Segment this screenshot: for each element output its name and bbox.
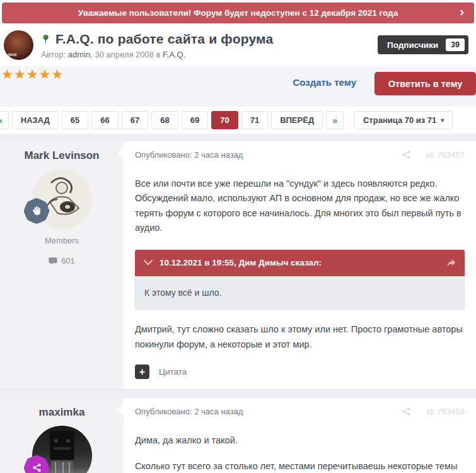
caret-down-icon: ▾ [441, 117, 444, 124]
first-page-button[interactable]: « [0, 111, 9, 129]
post-793457: Mark Levinson [0, 141, 476, 389]
post-body: Дима, да жалко и такой. Сколько тут всег… [135, 433, 465, 473]
page-title: F.A.Q. по работе сайта и форума [55, 32, 273, 47]
quote-text: К этому всё и шло. [135, 276, 465, 310]
create-topic-link[interactable]: Создать тему [293, 77, 356, 88]
post-content-area: Опубликовано: 2 часа назад id: 793458 Ди… [124, 398, 476, 473]
share-icon[interactable] [402, 407, 411, 416]
post-793458: maximka M [0, 398, 476, 473]
top-section: Уважаемые пользователи! Форум будет недо… [0, 0, 476, 66]
author-link[interactable]: admin [68, 50, 90, 59]
chevron-right-icon[interactable]: › [460, 5, 464, 18]
topic-rating-stars[interactable]: ★★★★★ [1, 67, 64, 82]
post-author-panel: maximka M [0, 398, 124, 473]
pin-icon [41, 34, 50, 44]
published-timestamp: Опубликовано: 2 часа назад [135, 407, 243, 416]
post-paragraph: Дмитрий, тут сложно сказать шло к этому … [135, 322, 465, 352]
post-id: id: 793457 [426, 150, 465, 160]
speech-bubble-icon [49, 257, 57, 266]
last-page-button[interactable]: » [326, 111, 344, 129]
quote-header[interactable]: 10.12.2021 в 19:55, Дим Димыч сказал: [135, 250, 465, 276]
post-paragraph: Сколько тут всего за столько лет, местам… [135, 459, 465, 473]
topic-actions: ★★★★★ Создать тему Ответить в тему [0, 66, 476, 107]
page-selector-dropdown[interactable]: Страница 70 из 71 ▾ [354, 111, 453, 129]
forum-link[interactable]: F.A.Q. [163, 50, 185, 59]
post-author-panel: Mark Levinson [0, 141, 124, 389]
announcement-banner[interactable]: Уважаемые пользователи! Форум будет недо… [2, 3, 474, 23]
share-icon[interactable] [402, 150, 411, 160]
multiquote-button[interactable]: + [135, 365, 149, 379]
page-button-65[interactable]: 65 [62, 111, 88, 129]
chevron-down-icon[interactable] [144, 260, 153, 266]
topic-header: dml F.A.Q. по работе сайта и форума Авто… [0, 23, 476, 66]
page-button-66[interactable]: 66 [91, 111, 118, 129]
topic-byline: Автор: admin, 30 апреля 2008 в F.A.Q. [41, 50, 273, 59]
published-timestamp: Опубликовано: 2 часа назад [135, 150, 243, 160]
post-author-name[interactable]: Mark Levinson [6, 149, 117, 162]
prev-page-button[interactable]: НАЗАД [12, 111, 59, 129]
post-id: id: 793458 [426, 407, 465, 416]
quote-block: 10.12.2021 в 19:55, Дим Димыч сказал: К … [135, 250, 465, 310]
goto-quoted-post-icon[interactable] [446, 259, 456, 267]
page-button-67[interactable]: 67 [122, 111, 148, 129]
pagination: « НАЗАД 65 66 67 68 69 70 71 ВПЕРЁД » Ст… [0, 107, 476, 134]
quote-attribution: 10.12.2021 в 19:55, Дим Димыч сказал: [160, 256, 322, 270]
page-button-70-active[interactable]: 70 [211, 111, 238, 129]
subscribers-button[interactable]: Подписчики 39 [378, 35, 468, 54]
member-group-label: Members [6, 236, 117, 245]
subscribers-label: Подписчики [387, 40, 438, 50]
subscribers-count-badge: 39 [446, 38, 465, 51]
announcement-text: Уважаемые пользователи! Форум будет недо… [78, 8, 398, 18]
page-button-71[interactable]: 71 [241, 111, 268, 129]
post-paragraph: Все или почти все уже перешли на "сундук… [135, 177, 465, 236]
topic-author-avatar[interactable]: dml [4, 30, 33, 60]
post-count: 601 [6, 256, 117, 266]
page-button-69[interactable]: 69 [182, 111, 208, 129]
quote-button[interactable]: Цитата [159, 367, 187, 377]
post-author-name[interactable]: maximka [6, 406, 117, 419]
post-list: Mark Levinson [0, 134, 476, 473]
page-button-68[interactable]: 68 [151, 111, 178, 129]
post-content-area: Опубликовано: 2 часа назад id: 793457 Вс… [124, 141, 476, 389]
reply-button[interactable]: Ответить в тему [374, 72, 476, 95]
post-paragraph: Дима, да жалко и такой. [135, 433, 465, 448]
next-page-button[interactable]: ВПЕРЁД [271, 111, 323, 129]
post-body: Все или почти все уже перешли на "сундук… [135, 177, 465, 352]
